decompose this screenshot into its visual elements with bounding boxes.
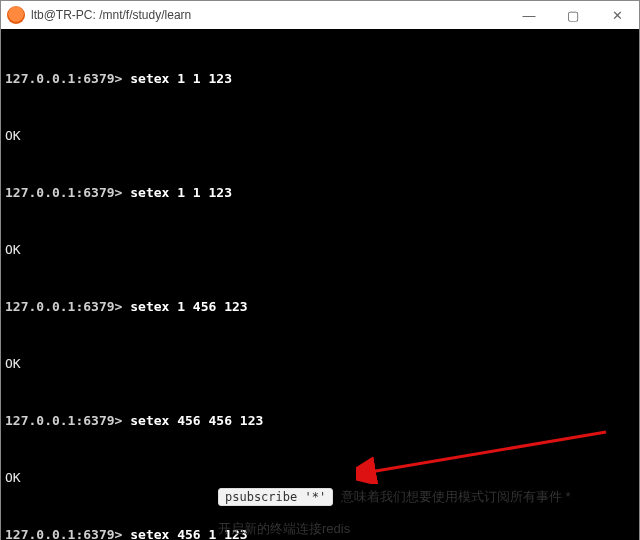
titlebar[interactable]: ltb@TR-PC: /mnt/f/study/learn — ▢ ✕	[1, 1, 639, 29]
svg-line-1	[370, 432, 606, 472]
redis-prompt: 127.0.0.1:6379>	[5, 71, 130, 86]
note-line-1: psubscribe '*' 意味着我们想要使用模式订阅所有事件 *	[218, 488, 638, 506]
ubuntu-icon	[7, 6, 25, 24]
cmd-line: setex 456 456 123	[130, 413, 263, 428]
terminal-window: ltb@TR-PC: /mnt/f/study/learn — ▢ ✕ 127.…	[0, 0, 640, 540]
redis-prompt: 127.0.0.1:6379>	[5, 527, 130, 540]
note-text-1: 意味着我们想要使用模式订阅所有事件 *	[341, 489, 571, 504]
window-title: ltb@TR-PC: /mnt/f/study/learn	[31, 8, 507, 22]
cmd-line: setex 1 1 123	[130, 71, 232, 86]
output-ok: OK	[5, 468, 635, 487]
redis-prompt: 127.0.0.1:6379>	[5, 299, 130, 314]
close-button[interactable]: ✕	[595, 1, 639, 29]
note-code: psubscribe '*'	[218, 488, 333, 506]
note-text-2: 开启新的终端连接redis	[218, 520, 638, 538]
output-ok: OK	[5, 240, 635, 259]
maximize-button[interactable]: ▢	[551, 1, 595, 29]
redis-prompt: 127.0.0.1:6379>	[5, 413, 130, 428]
output-ok: OK	[5, 354, 635, 373]
terminal-body[interactable]: 127.0.0.1:6379> setex 1 1 123 OK 127.0.0…	[1, 29, 639, 540]
cmd-line: setex 1 1 123	[130, 185, 232, 200]
window-buttons: — ▢ ✕	[507, 1, 639, 29]
redis-prompt: 127.0.0.1:6379>	[5, 185, 130, 200]
minimize-button[interactable]: —	[507, 1, 551, 29]
annotation-notes: psubscribe '*' 意味着我们想要使用模式订阅所有事件 * 开启新的终…	[218, 488, 638, 538]
cmd-line: setex 1 456 123	[130, 299, 247, 314]
output-ok: OK	[5, 126, 635, 145]
